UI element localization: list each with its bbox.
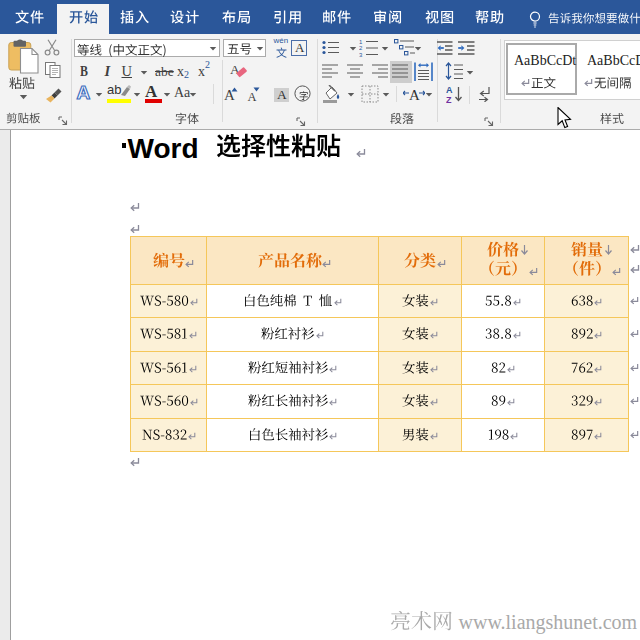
svg-text:3: 3 bbox=[359, 52, 363, 58]
svg-text:A: A bbox=[409, 87, 420, 102]
svg-text:A: A bbox=[446, 85, 453, 95]
svg-text:1: 1 bbox=[359, 39, 363, 45]
svg-text:Z: Z bbox=[446, 95, 452, 104]
svg-text:2: 2 bbox=[359, 45, 363, 51]
